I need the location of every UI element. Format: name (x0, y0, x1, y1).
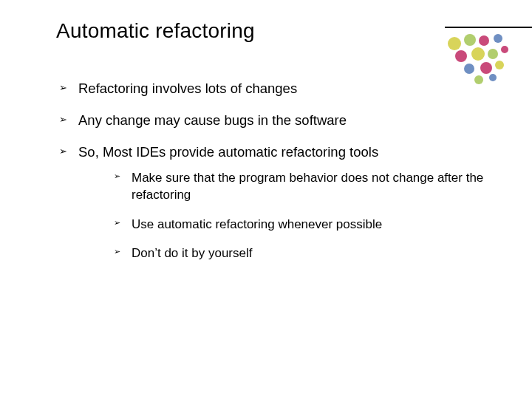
dot-icon (488, 49, 498, 59)
bullet-text: Any change may cause bugs in the softwar… (78, 112, 347, 128)
bullet-list: Refactoring involves lots of changes Any… (59, 80, 510, 262)
dot-icon (495, 61, 504, 69)
slide-header: Automatic refactoring (0, 0, 532, 69)
list-item: Use automatic refactoring whenever possi… (114, 216, 510, 233)
bullet-text: So, Most IDEs provide automatic refactor… (78, 144, 378, 160)
dot-icon (501, 46, 508, 53)
bullet-text: Make sure that the program behavior does… (132, 171, 483, 202)
bullet-text: Use automatic refactoring whenever possi… (132, 217, 382, 231)
list-item: Make sure that the program behavior does… (114, 169, 510, 204)
slide: Automatic refactoring Refactoring involv… (0, 0, 532, 399)
bullet-text: Don’t do it by yourself (132, 246, 252, 260)
slide-content: Refactoring involves lots of changes Any… (0, 69, 532, 262)
sub-bullet-list: Make sure that the program behavior does… (78, 169, 510, 262)
accent-line (445, 27, 532, 28)
dot-icon (471, 47, 485, 61)
list-item: Refactoring involves lots of changes (59, 80, 510, 98)
list-item: Don’t do it by yourself (114, 245, 510, 262)
bullet-text: Refactoring involves lots of changes (78, 81, 297, 96)
list-item: Any change may cause bugs in the softwar… (59, 112, 510, 130)
dot-icon (455, 50, 467, 62)
slide-title: Automatic refactoring (56, 19, 510, 43)
list-item: So, Most IDEs provide automatic refactor… (59, 143, 510, 262)
